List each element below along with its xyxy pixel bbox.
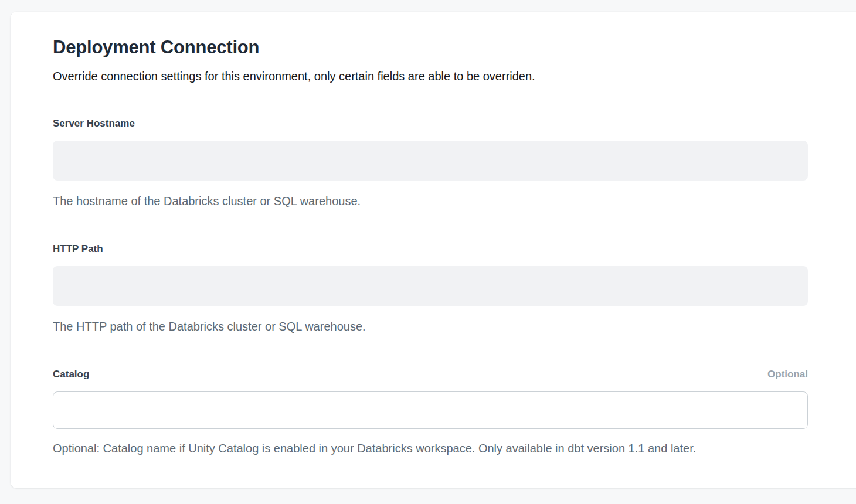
card-content: Deployment Connection Override connectio…	[53, 12, 808, 456]
server-hostname-helper: The hostname of the Databricks cluster o…	[53, 193, 808, 209]
catalog-optional-badge: Optional	[767, 368, 808, 381]
server-hostname-input	[53, 141, 808, 181]
http-path-input	[53, 266, 808, 306]
catalog-label: Catalog	[53, 368, 89, 381]
catalog-helper: Optional: Catalog name if Unity Catalog …	[53, 441, 808, 456]
catalog-label-row: Catalog Optional	[53, 368, 808, 381]
http-path-helper: The HTTP path of the Databricks cluster …	[53, 319, 808, 334]
catalog-input[interactable]	[53, 391, 808, 429]
server-hostname-label: Server Hostname	[53, 117, 135, 130]
field-catalog: Catalog Optional Optional: Catalog name …	[53, 368, 808, 456]
deployment-connection-card: Deployment Connection Override connectio…	[11, 12, 856, 488]
page-title: Deployment Connection	[53, 36, 808, 59]
server-hostname-label-row: Server Hostname	[53, 117, 808, 130]
page-background: Deployment Connection Override connectio…	[0, 0, 856, 504]
http-path-label: HTTP Path	[53, 243, 103, 256]
field-http-path: HTTP Path The HTTP path of the Databrick…	[53, 243, 808, 334]
page-subtitle: Override connection settings for this en…	[53, 69, 808, 84]
field-server-hostname: Server Hostname The hostname of the Data…	[53, 117, 808, 209]
http-path-label-row: HTTP Path	[53, 243, 808, 256]
